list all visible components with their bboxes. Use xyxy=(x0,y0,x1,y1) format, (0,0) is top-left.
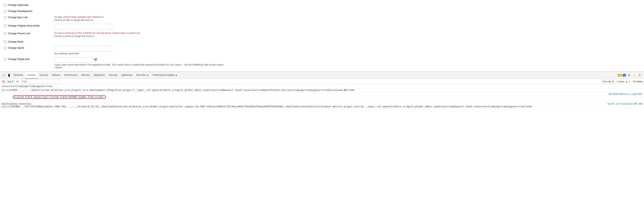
parent-link-error: An issue at the top of the Portfolio for… xyxy=(54,32,640,34)
console-line-4-content-css: css!/s/507000...-657f19f1d9b6acad21ec-CD… xyxy=(2,105,532,108)
epic-link-field-area: An epic cannot have another epic linked … xyxy=(54,16,640,22)
parent-link-subtext: Choose a parent to assign this issue to. xyxy=(54,35,640,38)
calendar-icon-target-end[interactable]: 📅 xyxy=(94,58,98,62)
tab-sources[interactable]: Sources xyxy=(38,72,50,79)
checkbox-change-parent-link[interactable] xyxy=(4,32,6,35)
tab-elements[interactable]: Elements xyxy=(12,72,25,79)
checkbox-change-original-story-points[interactable] xyxy=(4,24,6,27)
devtools-tab-right: 14 1 ⚙ ⋮ ✕ xyxy=(616,73,643,78)
console-link-1[interactable]: BulkEditDetails.jspa:861 xyxy=(608,92,642,95)
change-rank-label: Change Rank xyxy=(8,40,24,43)
checkbox-label-change-parent-link[interactable]: Change Parent Link xyxy=(4,32,54,35)
inspect-icon[interactable]: ⬜ xyxy=(1,72,6,78)
console-filter-input[interactable] xyxy=(21,80,59,84)
eye-icon[interactable]: 👁 xyxy=(15,79,20,84)
form-row-change-development: Change Development xyxy=(4,8,640,14)
more-options-icon[interactable]: ⋮ xyxy=(632,73,637,78)
console-line-3: [Custom Field Javascript] Custom field #… xyxy=(0,92,644,102)
info-only-label: Info only xyxy=(602,80,611,83)
tab-security[interactable]: Security xyxy=(107,72,119,79)
form-row-change-parent-link: Change Parent Link An issue at the top o… xyxy=(4,30,640,39)
change-development-label: Change Development xyxy=(8,10,32,12)
sprint-input[interactable] xyxy=(54,46,112,52)
form-row-change-target-start: Change Target start 📅 xyxy=(4,70,640,72)
devtools-panel: ⬜ 📱 Elements Console Sources Network Per… xyxy=(0,72,644,210)
issue-badge: 1 Issue: ▲ 1 xyxy=(617,80,630,83)
form-row-change-target-end: Change Target end 📅 <span class='inline-… xyxy=(4,56,640,70)
tab-performance-insights[interactable]: Performance insights ▲ xyxy=(151,72,180,79)
top-label: top xyxy=(8,80,11,83)
form-row-change-original-story-points: Change Original story points xyxy=(4,22,640,30)
form-row-change-rank: Change Rank xyxy=(4,39,640,45)
info-only-btn[interactable]: Info only ▼ xyxy=(601,80,616,84)
checkbox-change-sprint[interactable] xyxy=(4,47,6,49)
console-line-2-content: js!/s/e7850..._....../batch/js/com.atlas… xyxy=(2,89,642,92)
console-output: resources=true&jag=true&jaguser=true. js… xyxy=(0,84,644,210)
checkbox-label-change-sprint[interactable]: Change Sprint xyxy=(4,46,54,49)
target-end-hint: <span class='inline-description'>The tar… xyxy=(54,64,228,69)
target-end-date-wrapper: 📅 xyxy=(54,57,640,63)
tab-network[interactable]: Network xyxy=(50,72,62,79)
change-original-story-points-label: Change Original story points xyxy=(8,24,40,27)
target-end-field-area: 📅 <span class='inline-description'>The t… xyxy=(54,57,640,69)
checkbox-label-change-epic-link[interactable]: Change Epic Link xyxy=(4,16,54,19)
change-epic-link-label: Change Epic Link xyxy=(8,16,28,19)
console-line-1: resources=true&jag=true&jaguser=true. xyxy=(0,84,644,88)
console-line-4-content-resources: Downloading resources: xyxy=(2,102,32,105)
close-devtools-icon[interactable]: ✕ xyxy=(638,73,642,78)
settings-icon[interactable]: ⚙ xyxy=(626,73,631,78)
original-story-points-field-area xyxy=(54,24,640,29)
checkbox-change-approvals[interactable] xyxy=(4,4,6,6)
top-context-btn[interactable]: top ▼ xyxy=(6,80,14,83)
info-only-dropdown-icon: ▼ xyxy=(612,80,614,83)
tab-console[interactable]: Console xyxy=(25,72,38,79)
epic-link-error: An epic cannot have another epic linked … xyxy=(54,16,640,18)
original-story-points-input[interactable] xyxy=(54,24,112,29)
form-row-change-sprint: Change Sprint Jira Software sprint field xyxy=(4,45,640,56)
console-line-3-content: [Custom Field Javascript] Custom field #… xyxy=(2,92,608,102)
checkbox-change-epic-link[interactable] xyxy=(4,16,6,19)
target-end-input[interactable] xyxy=(54,57,93,63)
console-toolbar: 🚫 top ▼ 👁 Info only ▼ 1 Issue: ▲ 1 | 20 … xyxy=(0,79,644,84)
checkbox-label-change-rank[interactable]: Change Rank xyxy=(4,40,54,43)
change-parent-link-label: Change Parent Link xyxy=(8,32,30,35)
hidden-badge: 20 hidden xyxy=(632,80,643,83)
checkbox-label-change-development[interactable]: Change Development xyxy=(4,9,54,12)
tab-performance[interactable]: Performance xyxy=(62,72,80,79)
clear-console-icon[interactable]: 🚫 xyxy=(1,79,6,84)
sprint-hint: Jira Software sprint field xyxy=(54,52,228,55)
devtools-tabs-bar: ⬜ 📱 Elements Console Sources Network Per… xyxy=(0,72,644,79)
checkbox-change-development[interactable] xyxy=(4,10,6,12)
console-link-2[interactable]: batch.js?locale=en-BR:368 xyxy=(606,102,642,105)
console-line-2: js!/s/e7850..._....../batch/js/com.atlas… xyxy=(0,88,644,92)
tab-application[interactable]: Application xyxy=(92,72,107,79)
change-sprint-label: Change Sprint xyxy=(8,46,24,49)
divider: | xyxy=(631,80,632,83)
console-right-controls: Info only ▼ 1 Issue: ▲ 1 | 20 hidden xyxy=(601,80,643,84)
epic-link-subtext: Choose an epic to assign this issue to. xyxy=(54,19,640,22)
top-dropdown-icon: ▼ xyxy=(11,80,14,83)
checkbox-label-change-original-story-points[interactable]: Change Original story points xyxy=(4,24,54,27)
checkbox-label-change-approvals[interactable]: Change Approvals xyxy=(4,3,54,6)
checkbox-change-rank[interactable] xyxy=(4,40,6,43)
info-badge: 1 xyxy=(623,74,626,76)
sprint-field-area: Jira Software sprint field xyxy=(54,46,640,55)
tab-memory[interactable]: Memory xyxy=(80,72,92,79)
checkbox-label-change-target-end[interactable]: Change Target end xyxy=(4,57,54,60)
console-line-4-wrapper: Downloading resources: css!/s/507000...-… xyxy=(2,102,606,108)
form-row-change-approvals: Change Approvals xyxy=(4,2,640,8)
tab-lighthouse[interactable]: Lighthouse xyxy=(119,72,134,79)
device-icon[interactable]: 📱 xyxy=(6,72,12,78)
form-row-change-epic-link: Change Epic Link An epic cannot have ano… xyxy=(4,14,640,22)
change-target-end-label: Change Target end xyxy=(8,58,29,60)
change-approvals-label: Change Approvals xyxy=(8,4,28,6)
tab-recorder[interactable]: Recorder ▲ xyxy=(134,72,151,79)
warning-badge: 14 xyxy=(618,74,622,76)
circled-message: [Custom Field Javascript] Custom field #… xyxy=(13,95,106,99)
bulk-edit-form: Change Approvals Change Development Chan… xyxy=(0,0,644,72)
checkbox-change-target-end[interactable] xyxy=(4,58,6,60)
console-line-1-content: resources=true&jag=true&jaguser=true. xyxy=(2,85,642,88)
console-line-4: Downloading resources: css!/s/507000...-… xyxy=(0,102,644,108)
parent-link-field-area: An issue at the top of the Portfolio for… xyxy=(54,32,640,38)
